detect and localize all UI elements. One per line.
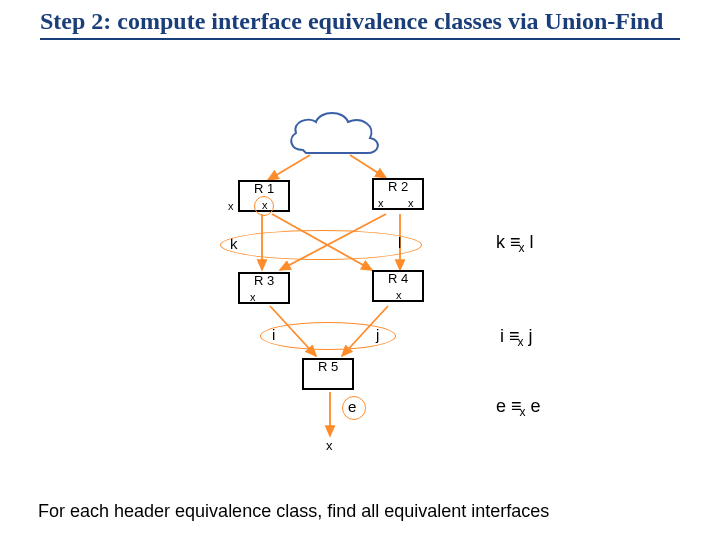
equiv-kl-rhs: l — [530, 232, 534, 252]
bottom-x: x — [326, 438, 333, 453]
router-r5-label: R 5 — [304, 359, 352, 374]
equiv-ij-sub: x — [518, 335, 524, 349]
r4-x: x — [396, 289, 402, 301]
router-r3-label: R 3 — [240, 273, 288, 288]
equiv-ee-lhs: e — [496, 396, 506, 416]
equiv-ij-lhs: i — [500, 326, 504, 346]
equiv-kl-sub: x — [519, 241, 525, 255]
diagram: R 1 x x R 2 x x k l R 3 x R 4 x i j R 5 … — [0, 0, 720, 540]
equiv-ee: e ≡x e — [496, 396, 541, 419]
svg-line-0 — [268, 155, 310, 180]
router-r2: R 2 x x — [372, 178, 424, 210]
r2-x-left: x — [378, 197, 384, 209]
router-r3: R 3 x — [238, 272, 290, 304]
r3-x: x — [250, 291, 256, 303]
e-circle — [342, 396, 366, 420]
equiv-ee-sub: x — [520, 405, 526, 419]
router-r4: R 4 x — [372, 270, 424, 302]
caption: For each header equivalence class, find … — [38, 501, 549, 522]
router-r1-label: R 1 — [240, 181, 288, 196]
equiv-ij-rhs: j — [529, 326, 533, 346]
equiv-ij: i ≡x j — [500, 326, 533, 349]
router-r2-label: R 2 — [374, 179, 422, 194]
router-r4-label: R 4 — [374, 271, 422, 286]
r2-x-right: x — [408, 197, 414, 209]
kl-ellipse — [220, 230, 422, 260]
cloud-icon — [291, 113, 378, 153]
svg-line-1 — [350, 155, 386, 178]
diagram-svg — [0, 0, 720, 540]
router-r5: R 5 — [302, 358, 354, 390]
equiv-kl: k ≡x l — [496, 232, 534, 255]
equiv-kl-lhs: k — [496, 232, 505, 252]
equiv-ee-rhs: e — [531, 396, 541, 416]
ij-ellipse — [260, 322, 396, 350]
r1-circle — [254, 196, 274, 216]
r1-x-left: x — [228, 200, 234, 212]
